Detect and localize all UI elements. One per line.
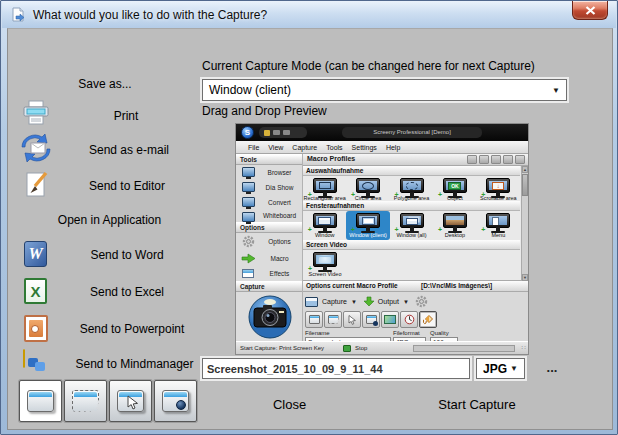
undo-icon xyxy=(273,130,280,135)
print-button[interactable]: Print xyxy=(46,109,206,123)
gear-icon xyxy=(415,295,428,308)
titlebar[interactable]: What would you like to do with the Captu… xyxy=(2,1,616,28)
monitor-icon: + xyxy=(443,213,467,228)
send-to-powerpoint-button[interactable]: Send to Powerpoint xyxy=(42,322,222,336)
drag-drop-preview[interactable]: S Screeny Professional [Demo] File View … xyxy=(235,123,529,355)
camera-quick-icon xyxy=(264,130,270,136)
capture-dropdown: Capture xyxy=(322,298,347,305)
mini-timer-icon xyxy=(400,311,418,328)
hotkey-label: Start Capture: Print Screen Key xyxy=(240,345,324,351)
profiles-row-window: +Window +Window (client) +Window (all) +… xyxy=(303,211,520,240)
capture-mode-value: Window (client) xyxy=(209,83,291,97)
profile-polygone-area: +Polygone area xyxy=(390,176,433,201)
profile-window-all: +Window (all) xyxy=(390,211,433,240)
mode-button-cursor[interactable] xyxy=(109,380,152,422)
monitor-icon: + xyxy=(400,213,424,228)
scroll-up-icon: ▲ xyxy=(522,166,528,173)
section-screen-video: Screen Video xyxy=(303,240,520,250)
green-arrow-icon xyxy=(241,253,256,264)
send-to-mindmanager-button[interactable]: Send to Mindmanager xyxy=(42,357,227,371)
profile-scrollable-area: ↓+Scrollable area xyxy=(477,176,520,201)
menu-tools: Tools xyxy=(326,144,342,151)
output-arrow-icon xyxy=(363,296,375,307)
monitor-icon: + xyxy=(313,213,337,228)
close-button[interactable] xyxy=(572,1,608,20)
format-select[interactable]: JPG ▼ xyxy=(476,358,525,379)
monitor-icon xyxy=(305,297,318,307)
chevron-down-icon: ▼ xyxy=(403,299,409,305)
scroll-down-icon: ▼ xyxy=(522,274,528,281)
profile-object: OK+Object xyxy=(433,176,476,201)
torn-window-icon xyxy=(72,390,99,412)
profiles-row-video: +Screen Video xyxy=(303,250,520,279)
profile-window: +Window xyxy=(303,211,346,240)
chevron-down-icon: ▼ xyxy=(510,364,518,373)
preview-profiles-panel: Macro Profiles Auswahlaufnahme +Rectangu… xyxy=(303,154,528,343)
save-as-button[interactable]: Save as... xyxy=(20,77,190,91)
monitor-icon xyxy=(242,197,255,207)
quality-label: Quality xyxy=(430,330,449,336)
mini-cursor-icon xyxy=(343,311,361,328)
monitor-icon xyxy=(242,182,255,192)
filename-label: Filename xyxy=(305,330,330,336)
filename-input[interactable] xyxy=(202,358,470,379)
capture-header: Capture xyxy=(236,281,302,292)
mini-image-monitor-icon xyxy=(381,311,399,328)
quick-access-toolbar xyxy=(259,127,307,138)
menu-settings: Settings xyxy=(352,144,377,151)
window-icon xyxy=(242,269,254,278)
browse-button[interactable]: ... xyxy=(538,360,566,375)
profile-menu: +Menu xyxy=(477,211,520,240)
section-auswahlaufnahme: Auswahlaufnahme xyxy=(303,166,520,176)
monitor-icon: + xyxy=(486,213,510,228)
monitor-icon: OK+ xyxy=(443,178,467,193)
profile-circle-area: +Circle area xyxy=(346,176,389,201)
start-capture-button[interactable]: Start Capture xyxy=(412,397,542,412)
close-icon xyxy=(585,6,596,15)
menu-file: File xyxy=(248,144,259,151)
mode-button-object[interactable] xyxy=(154,380,197,422)
format-value: JPG xyxy=(483,362,507,376)
chevron-down-icon: ▼ xyxy=(351,299,357,305)
capture-dialog: What would you like to do with the Captu… xyxy=(0,0,618,435)
monitor-icon: + xyxy=(313,252,337,267)
preview-tools-panel: Tools Browser Dia Show Convert Whiteboar… xyxy=(236,154,303,343)
monitor-icon: + xyxy=(356,178,380,193)
options-item-macro: Macro xyxy=(236,251,302,266)
mode-button-freeform[interactable] xyxy=(64,380,107,422)
stop-icon xyxy=(343,345,351,352)
macro-toolbar xyxy=(467,155,525,164)
resize-grip-icon: ∷ xyxy=(522,344,526,352)
preview-label: Drag and Drop Preview xyxy=(202,104,327,118)
options-item-options: Options xyxy=(236,233,302,251)
mindmanager-icon[interactable] xyxy=(23,349,25,368)
email-button[interactable]: Send as e-mail xyxy=(44,143,214,157)
tools-header: Tools xyxy=(236,154,302,165)
macro-toolbar-icon-5 xyxy=(515,155,525,164)
mini-torn-window-icon xyxy=(324,311,342,328)
tools-item-convert: Convert xyxy=(236,195,302,210)
monitor-icon: + xyxy=(313,178,337,193)
chevron-down-icon: ▼ xyxy=(552,86,560,95)
capture-controls: Capture ▼ Output ▼ xyxy=(303,292,528,343)
preview-statusbar: Start Capture: Print Screen Key Stop ∷ xyxy=(236,341,528,354)
camera-icon xyxy=(248,294,292,340)
macro-toolbar-icon-3 xyxy=(491,155,501,164)
close-dialog-button[interactable]: Close xyxy=(232,397,347,412)
preview-window-title: Screeny Professional [Demo] xyxy=(342,127,482,138)
monitor-icon: + xyxy=(400,178,424,193)
output-dropdown: Output xyxy=(378,298,399,305)
capture-mode-select[interactable]: Window (client) ▼ xyxy=(202,79,567,101)
mode-button-window[interactable] xyxy=(19,380,62,422)
monitor-icon: ↓+ xyxy=(486,178,510,193)
fileformat-label: Fileformat xyxy=(393,330,420,336)
editor-button[interactable]: Send to Editor xyxy=(42,179,212,193)
preview-titlebar: S Screeny Professional [Demo] xyxy=(236,124,528,141)
window-icon xyxy=(27,390,54,412)
send-to-excel-button[interactable]: Send to Excel xyxy=(42,285,212,299)
window-title: What would you like to do with the Captu… xyxy=(33,8,267,22)
macro-toolbar-icon-4 xyxy=(503,155,513,164)
send-to-word-button[interactable]: Send to Word xyxy=(42,248,212,262)
mode-mini-toolbar xyxy=(305,311,438,328)
options-current-profile-bar: Options current Macro Profile [D:\Vnc\Mi… xyxy=(303,281,528,292)
